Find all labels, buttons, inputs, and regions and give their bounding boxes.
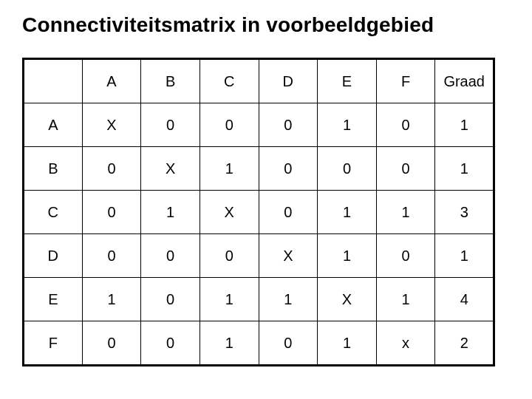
cell: 0 xyxy=(259,191,318,234)
cell: 0 xyxy=(259,147,318,191)
row-header: C xyxy=(24,191,83,234)
col-header: E xyxy=(318,59,377,103)
cell: 1 xyxy=(318,321,377,366)
cell: 1 xyxy=(259,278,318,321)
cell: X xyxy=(200,191,259,234)
slide-title: Connectiviteitsmatrix in voorbeeldgebied xyxy=(22,13,510,37)
cell: 3 xyxy=(435,191,494,234)
cell: 1 xyxy=(435,147,494,191)
col-header: F xyxy=(376,59,435,103)
cell: 1 xyxy=(376,191,435,234)
cell: 0 xyxy=(82,234,141,278)
table-corner-cell xyxy=(24,59,83,103)
table-row: A X 0 0 0 1 0 1 xyxy=(24,103,494,147)
cell: 1 xyxy=(200,278,259,321)
cell: 0 xyxy=(141,278,200,321)
cell: 0 xyxy=(259,103,318,147)
cell: 1 xyxy=(435,103,494,147)
col-header: B xyxy=(141,59,200,103)
cell: 1 xyxy=(376,278,435,321)
cell: X xyxy=(82,103,141,147)
cell: X xyxy=(141,147,200,191)
cell: 1 xyxy=(200,147,259,191)
table-row: D 0 0 0 X 1 0 1 xyxy=(24,234,494,278)
cell: 2 xyxy=(435,321,494,366)
cell: 1 xyxy=(318,234,377,278)
cell: 0 xyxy=(376,147,435,191)
row-header: B xyxy=(24,147,83,191)
cell: 0 xyxy=(376,103,435,147)
table-row: C 0 1 X 0 1 1 3 xyxy=(24,191,494,234)
table-row: F 0 0 1 0 1 x 2 xyxy=(24,321,494,366)
cell: 0 xyxy=(82,321,141,366)
cell: X xyxy=(259,234,318,278)
cell: 0 xyxy=(318,147,377,191)
cell: 0 xyxy=(200,234,259,278)
cell: X xyxy=(318,278,377,321)
cell: 1 xyxy=(200,321,259,366)
row-header: A xyxy=(24,103,83,147)
cell: 1 xyxy=(318,191,377,234)
col-header: A xyxy=(82,59,141,103)
row-header: E xyxy=(24,278,83,321)
cell: 1 xyxy=(82,278,141,321)
row-header: F xyxy=(24,321,83,366)
connectivity-matrix-table: A B C D E F Graad A X 0 0 0 1 0 1 B xyxy=(22,58,495,366)
cell: 0 xyxy=(376,234,435,278)
cell: 0 xyxy=(141,321,200,366)
col-header: C xyxy=(200,59,259,103)
col-header: D xyxy=(259,59,318,103)
col-header: Graad xyxy=(435,59,494,103)
cell: 1 xyxy=(435,234,494,278)
table-row: E 1 0 1 1 X 1 4 xyxy=(24,278,494,321)
cell: 0 xyxy=(141,234,200,278)
row-header: D xyxy=(24,234,83,278)
table-row: B 0 X 1 0 0 0 1 xyxy=(24,147,494,191)
cell: x xyxy=(376,321,435,366)
cell: 4 xyxy=(435,278,494,321)
table-header-row: A B C D E F Graad xyxy=(24,59,494,103)
cell: 0 xyxy=(259,321,318,366)
slide: Connectiviteitsmatrix in voorbeeldgebied… xyxy=(0,0,532,399)
cell: 0 xyxy=(141,103,200,147)
cell: 0 xyxy=(82,191,141,234)
cell: 0 xyxy=(82,147,141,191)
cell: 1 xyxy=(141,191,200,234)
cell: 0 xyxy=(200,103,259,147)
cell: 1 xyxy=(318,103,377,147)
